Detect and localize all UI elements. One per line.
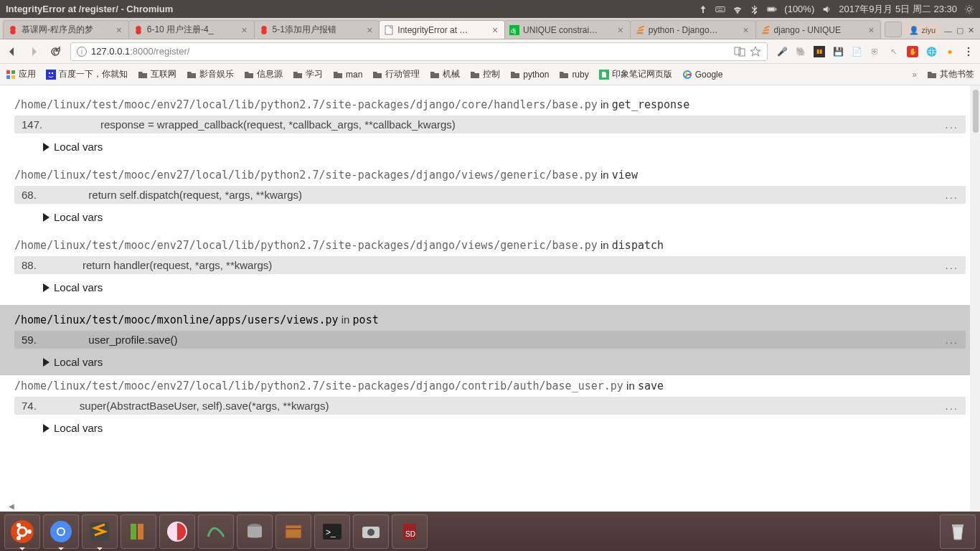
bookmark-item[interactable]: 机械 [430,68,460,80]
launcher-app-terminal[interactable]: >_ [314,514,350,549]
bookmark-item[interactable]: 应用 [6,68,36,80]
back-button[interactable] [6,45,19,58]
launcher-app-dbtool[interactable] [237,514,273,549]
browser-tab[interactable]: 5-1添加用户报错× [254,20,380,39]
bookmark-item[interactable]: python [510,70,549,80]
bookmark-item[interactable]: 印象笔记网页版 [599,68,672,80]
wifi-icon[interactable] [732,4,743,14]
system-gear-icon[interactable] [964,4,974,14]
expand-context-icon[interactable]: ... [945,259,958,271]
browser-tab[interactable]: djUNIQUE constrai…× [504,20,631,39]
local-vars-label: Local vars [54,422,103,434]
launcher-app-sublime[interactable] [82,514,118,549]
launcher-app-files[interactable] [275,514,311,549]
address-bar[interactable]: i 127.0.0.1:8000/register/ [70,42,768,61]
ext-globe-icon[interactable]: 🌐 [925,46,937,57]
tab-close-icon[interactable]: × [490,25,500,35]
local-vars-toggle[interactable]: Local vars [14,204,966,223]
ext-adblock-icon[interactable]: ✋ [907,46,918,57]
tab-close-icon[interactable]: × [866,25,876,35]
bookmark-label: ruby [572,70,588,80]
launcher-app-sd[interactable]: SD [392,514,428,549]
bookmark-item[interactable]: 学习 [293,68,323,80]
ext-pdf-icon[interactable]: 📄 [851,46,862,57]
bookmark-star-icon[interactable] [750,46,761,57]
launcher-app-chromium[interactable] [43,514,79,549]
volume-icon[interactable] [821,4,831,14]
bookmark-item[interactable]: ruby [559,70,588,80]
bookmark-item[interactable]: 百度一下，你就知 [46,68,128,80]
expand-context-icon[interactable]: ... [945,334,958,346]
ext-pointer-icon[interactable]: ↖ [888,46,900,57]
expand-context-icon[interactable]: ... [945,118,958,131]
bookmark-item[interactable]: 信息源 [244,68,283,80]
ext-evernote-icon[interactable]: 🐘 [795,46,806,57]
tab-close-icon[interactable]: × [741,25,751,35]
tab-close-icon[interactable]: × [114,25,124,35]
svg-rect-3 [721,8,722,9]
bluetooth-icon[interactable] [750,4,760,14]
bookmark-item[interactable]: Google [682,70,723,80]
window-minimize-icon[interactable]: — [944,27,952,35]
browser-tab[interactable]: django - UNIQUE× [755,20,882,39]
bookmark-item[interactable]: 行动管理 [372,68,420,80]
bookmark-label: 百度一下，你就知 [59,68,128,80]
url-host: 127.0.0.1 [91,46,130,57]
tab-favicon-so-icon [760,25,771,35]
launcher-trash[interactable] [940,514,976,549]
new-tab-button[interactable] [885,22,902,37]
local-vars-toggle[interactable]: Local vars [14,415,966,434]
ext-dot-icon[interactable]: ● [944,46,956,57]
bookmark-item[interactable]: 影音娱乐 [187,68,234,80]
battery-icon[interactable] [767,4,777,14]
expand-context-icon[interactable]: ... [945,189,958,201]
profile-badge[interactable]: 👤 ziyu [905,25,940,36]
bookmark-item[interactable]: 互联网 [138,68,176,80]
browser-tab[interactable]: python - Django…× [630,20,756,39]
window-close-icon[interactable]: ✕ [968,26,974,35]
tab-favicon-imooc-icon [8,25,18,35]
horizontal-scrollbar[interactable]: ◀ [0,501,36,512]
svg-rect-7 [776,8,776,10]
ext-voice-icon[interactable]: 🎤 [776,46,788,57]
local-vars-toggle[interactable]: Local vars [14,133,966,153]
launcher-app-books[interactable] [121,514,156,549]
svg-rect-28 [11,75,15,79]
reload-button[interactable] [49,45,62,58]
upload-indicator-icon[interactable] [698,4,708,14]
tab-close-icon[interactable]: × [240,25,250,35]
local-vars-toggle[interactable]: Local vars [14,274,966,293]
code-line[interactable]: 147. response = wrapped_callback(request… [14,116,966,133]
expand-context-icon[interactable]: ... [945,400,958,412]
code-line[interactable]: 68. return self.dispatch(request, *args,… [14,186,966,204]
code-line[interactable]: 59. user_profile.save()... [14,331,966,349]
window-maximize-icon[interactable]: ▢ [956,26,963,35]
bookmark-item[interactable]: 控制 [470,68,500,80]
launcher-app-planner[interactable] [159,514,195,549]
browser-tab[interactable]: IntegrityError at …× [379,20,505,39]
other-bookmarks[interactable]: 其他书签 [927,68,974,80]
ext-save-icon[interactable]: 💾 [832,46,844,57]
browser-menu-button[interactable] [963,46,974,57]
ext-bars-icon[interactable]: ▮▮ [814,46,825,57]
browser-tab[interactable]: 慕课网-程序员的梦× [3,20,129,39]
launcher-app-mysql[interactable] [198,514,234,549]
bookmark-item[interactable]: man [333,70,362,80]
code-line[interactable]: 74. super(AbstractBaseUser, self).save(*… [14,397,966,415]
translate-icon[interactable] [734,46,745,57]
launcher-app-ubuntu[interactable] [4,514,40,549]
code-line[interactable]: 88. return handler(request, *args, **kwa… [14,256,966,274]
svg-text:dj: dj [511,27,516,34]
code-text: user_profile.save() [65,334,945,346]
keyboard-indicator-icon[interactable] [715,4,725,14]
site-info-icon[interactable]: i [77,47,87,57]
local-vars-toggle[interactable]: Local vars [14,349,966,368]
launcher-app-camera[interactable] [353,514,389,549]
browser-tab[interactable]: 6-10 用户注册-4_× [128,20,255,39]
ext-shield-icon[interactable]: ⛨ [870,46,881,57]
bookmarks-overflow-icon[interactable]: » [912,70,917,80]
tab-close-icon[interactable]: × [616,25,626,35]
tab-close-icon[interactable]: × [364,25,374,35]
vertical-scrollbar[interactable] [970,85,980,512]
bookmarks-bar: 应用百度一下，你就知互联网影音娱乐信息源学习man行动管理机械控制pythonr… [0,64,980,85]
